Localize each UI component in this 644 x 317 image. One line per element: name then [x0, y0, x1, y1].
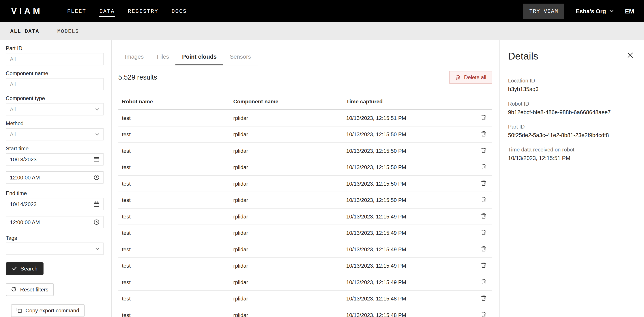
- delete-row-button[interactable]: [474, 312, 492, 317]
- cell-component-name: rplidar: [233, 148, 346, 154]
- table-row[interactable]: test rplidar 10/13/2023, 12:15:49 PM: [118, 225, 492, 241]
- method-select[interactable]: All: [6, 128, 104, 140]
- user-avatar[interactable]: EM: [625, 7, 634, 14]
- tab-files[interactable]: Files: [150, 49, 176, 65]
- cell-component-name: rplidar: [233, 181, 346, 187]
- nav-item-data[interactable]: DATA: [99, 5, 115, 17]
- trash-icon: [481, 246, 486, 253]
- nav-item-registry[interactable]: REGISTRY: [128, 5, 159, 17]
- cell-robot-name: test: [122, 296, 233, 302]
- table-row[interactable]: test rplidar 10/13/2023, 12:15:50 PM: [118, 176, 492, 192]
- org-dropdown[interactable]: Esha's Org: [576, 8, 613, 14]
- delete-row-button[interactable]: [474, 279, 492, 286]
- cell-component-name: rplidar: [233, 246, 346, 252]
- cell-time-captured: 10/13/2023, 12:15:50 PM: [346, 164, 474, 170]
- cell-robot-name: test: [122, 246, 233, 252]
- search-button[interactable]: Search: [6, 262, 44, 275]
- primary-nav: FLEET DATA REGISTRY DOCS: [67, 5, 187, 17]
- details-field-time-received: Time data received on robot 10/13/2023, …: [508, 147, 636, 162]
- end-date-input[interactable]: 10/14/2023: [6, 198, 104, 210]
- cell-time-captured: 10/13/2023, 12:15:49 PM: [346, 279, 474, 285]
- tab-images[interactable]: Images: [118, 49, 150, 65]
- tab-models[interactable]: MODELS: [57, 28, 79, 34]
- delete-row-button[interactable]: [474, 295, 492, 302]
- cell-time-captured: 10/13/2023, 12:15:50 PM: [346, 148, 474, 154]
- trash-icon: [481, 262, 486, 269]
- data-content: Images Files Point clouds Sensors 5,529 …: [112, 40, 500, 317]
- nav-item-docs[interactable]: DOCS: [171, 5, 187, 17]
- chevron-down-icon: [95, 248, 100, 250]
- delete-row-button[interactable]: [474, 131, 492, 138]
- details-title: Details: [508, 49, 538, 63]
- cell-component-name: rplidar: [233, 131, 346, 138]
- delete-all-button[interactable]: Delete all: [449, 71, 492, 84]
- clock-icon[interactable]: [94, 174, 100, 180]
- start-clock-input[interactable]: 12:00:00 AM: [6, 171, 104, 184]
- delete-row-button[interactable]: [474, 197, 492, 204]
- cell-robot-name: test: [122, 230, 233, 236]
- tab-sensors[interactable]: Sensors: [223, 49, 258, 65]
- tab-point-clouds[interactable]: Point clouds: [176, 49, 223, 65]
- close-icon[interactable]: [627, 52, 634, 60]
- reset-filters-button[interactable]: Reset filters: [6, 283, 54, 296]
- table-header-row: Robot name Component name Time captured: [118, 89, 492, 110]
- delete-row-button[interactable]: [474, 180, 492, 187]
- copy-export-command-button[interactable]: Copy export command: [11, 304, 84, 317]
- delete-row-button[interactable]: [474, 262, 492, 269]
- delete-row-button[interactable]: [474, 164, 492, 171]
- component-name-input[interactable]: All: [6, 78, 104, 90]
- delete-row-button[interactable]: [474, 246, 492, 253]
- calendar-icon[interactable]: [94, 201, 100, 207]
- chevron-down-icon: [95, 108, 100, 110]
- cell-component-name: rplidar: [233, 263, 346, 269]
- table-row[interactable]: test rplidar 10/13/2023, 12:15:50 PM: [118, 143, 492, 159]
- table-row[interactable]: test rplidar 10/13/2023, 12:15:49 PM: [118, 258, 492, 274]
- cell-component-name: rplidar: [233, 279, 346, 285]
- table-row[interactable]: test rplidar 10/13/2023, 12:15:49 PM: [118, 209, 492, 225]
- filter-method: Method All: [6, 120, 112, 140]
- trash-icon: [481, 147, 486, 155]
- try-viam-button[interactable]: TRY VIAM: [523, 3, 564, 19]
- cell-time-captured: 10/13/2023, 12:15:49 PM: [346, 213, 474, 220]
- chevron-down-icon: [95, 133, 100, 135]
- trash-icon: [481, 131, 486, 138]
- table-row[interactable]: test rplidar 10/13/2023, 12:15:48 PM: [118, 307, 492, 317]
- delete-row-button[interactable]: [474, 230, 492, 237]
- trash-icon: [481, 180, 486, 187]
- cell-robot-name: test: [122, 164, 233, 170]
- delete-row-button[interactable]: [474, 213, 492, 220]
- top-navbar: VIAM FLEET DATA REGISTRY DOCS TRY VIAM E…: [0, 0, 644, 22]
- start-date-input[interactable]: 10/13/2023: [6, 153, 104, 166]
- data-subnav: ALL DATA MODELS: [0, 22, 644, 40]
- cell-robot-name: test: [122, 181, 233, 187]
- tab-all-data[interactable]: ALL DATA: [10, 28, 39, 34]
- details-field-robot-id: Robot ID 9b12ebcf-bfe8-486e-988b-6a66864…: [508, 100, 636, 116]
- trash-icon: [481, 230, 486, 237]
- clock-icon[interactable]: [94, 219, 100, 225]
- table-row[interactable]: test rplidar 10/13/2023, 12:15:49 PM: [118, 241, 492, 258]
- page-layout: Part ID All Component name All Component…: [0, 40, 644, 317]
- calendar-icon[interactable]: [94, 157, 100, 162]
- table-row[interactable]: test rplidar 10/13/2023, 12:15:51 PM: [118, 110, 492, 126]
- table-row[interactable]: test rplidar 10/13/2023, 12:15:50 PM: [118, 192, 492, 209]
- component-type-select[interactable]: All: [6, 103, 104, 115]
- nav-item-fleet[interactable]: FLEET: [67, 5, 87, 17]
- cell-robot-name: test: [122, 131, 233, 138]
- cell-robot-name: test: [122, 115, 233, 121]
- check-icon: [12, 266, 17, 272]
- table-row[interactable]: test rplidar 10/13/2023, 12:15:50 PM: [118, 159, 492, 176]
- end-time-label: End time: [6, 190, 112, 196]
- trash-icon: [481, 279, 486, 286]
- cell-time-captured: 10/13/2023, 12:15:50 PM: [346, 131, 474, 138]
- copy-icon: [16, 307, 22, 314]
- cell-time-captured: 10/13/2023, 12:15:50 PM: [346, 197, 474, 203]
- table-row[interactable]: test rplidar 10/13/2023, 12:15:49 PM: [118, 274, 492, 291]
- delete-row-button[interactable]: [474, 147, 492, 155]
- end-clock-input[interactable]: 12:00:00 AM: [6, 216, 104, 228]
- table-row[interactable]: test rplidar 10/13/2023, 12:15:50 PM: [118, 127, 492, 143]
- tags-select[interactable]: [6, 243, 104, 255]
- table-body: test rplidar 10/13/2023, 12:15:51 PM tes…: [118, 110, 492, 317]
- table-row[interactable]: test rplidar 10/13/2023, 12:15:48 PM: [118, 291, 492, 307]
- part-id-input[interactable]: All: [6, 53, 104, 65]
- delete-row-button[interactable]: [474, 115, 492, 122]
